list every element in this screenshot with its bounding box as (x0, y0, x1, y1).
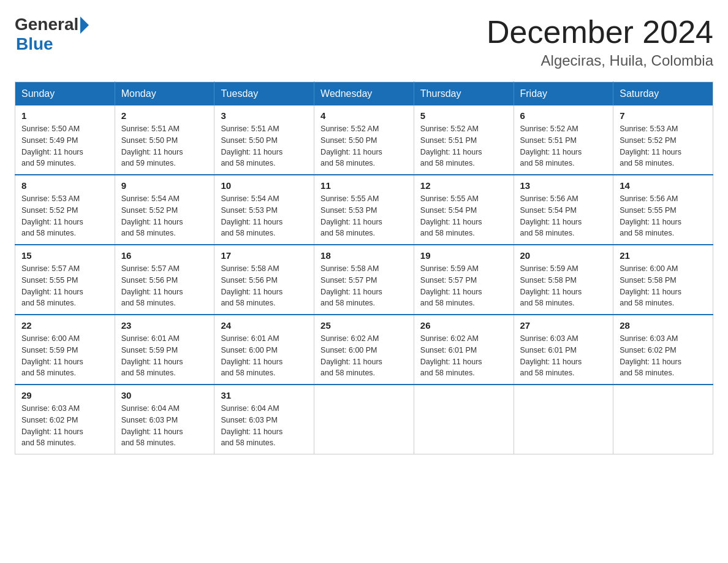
day-info: Sunrise: 5:57 AM Sunset: 5:55 PM Dayligh… (21, 263, 108, 309)
day-cell-12: 12 Sunrise: 5:55 AM Sunset: 5:54 PM Dayl… (414, 175, 514, 245)
day-cell-9: 9 Sunrise: 5:54 AM Sunset: 5:52 PM Dayli… (115, 175, 214, 245)
day-cell-15: 15 Sunrise: 5:57 AM Sunset: 5:55 PM Dayl… (15, 245, 115, 315)
weekday-header-thursday: Thursday (414, 82, 514, 106)
title-block: December 2024 Algeciras, Huila, Colombia (487, 15, 713, 69)
day-cell-18: 18 Sunrise: 5:58 AM Sunset: 5:57 PM Dayl… (314, 245, 414, 315)
empty-cell (414, 385, 514, 454)
day-info: Sunrise: 5:54 AM Sunset: 5:53 PM Dayligh… (221, 193, 308, 239)
day-cell-1: 1 Sunrise: 5:50 AM Sunset: 5:49 PM Dayli… (15, 105, 115, 175)
logo: General Blue (15, 15, 89, 54)
day-cell-17: 17 Sunrise: 5:58 AM Sunset: 5:56 PM Dayl… (214, 245, 314, 315)
day-number: 20 (520, 250, 607, 261)
empty-cell (514, 385, 613, 454)
weekday-header-monday: Monday (115, 82, 214, 106)
day-number: 21 (620, 250, 707, 261)
day-cell-30: 30 Sunrise: 6:04 AM Sunset: 6:03 PM Dayl… (115, 385, 214, 454)
day-number: 3 (221, 110, 308, 121)
day-cell-4: 4 Sunrise: 5:52 AM Sunset: 5:50 PM Dayli… (314, 105, 414, 175)
day-cell-21: 21 Sunrise: 6:00 AM Sunset: 5:58 PM Dayl… (613, 245, 713, 315)
day-info: Sunrise: 6:04 AM Sunset: 6:03 PM Dayligh… (221, 403, 308, 449)
day-info: Sunrise: 6:01 AM Sunset: 6:00 PM Dayligh… (221, 333, 308, 379)
day-number: 30 (121, 390, 208, 400)
day-cell-11: 11 Sunrise: 5:55 AM Sunset: 5:53 PM Dayl… (314, 175, 414, 245)
day-number: 19 (420, 250, 507, 261)
week-row-2: 8 Sunrise: 5:53 AM Sunset: 5:52 PM Dayli… (15, 175, 713, 245)
day-number: 5 (420, 110, 507, 121)
day-cell-2: 2 Sunrise: 5:51 AM Sunset: 5:50 PM Dayli… (115, 105, 214, 175)
day-info: Sunrise: 5:59 AM Sunset: 5:57 PM Dayligh… (420, 263, 507, 309)
day-number: 4 (320, 110, 408, 121)
week-row-3: 15 Sunrise: 5:57 AM Sunset: 5:55 PM Dayl… (15, 245, 713, 315)
day-cell-25: 25 Sunrise: 6:02 AM Sunset: 6:00 PM Dayl… (314, 315, 414, 385)
weekday-header-friday: Friday (514, 82, 613, 106)
day-number: 22 (21, 320, 108, 331)
day-info: Sunrise: 5:51 AM Sunset: 5:50 PM Dayligh… (221, 123, 308, 169)
day-number: 31 (221, 390, 308, 400)
day-number: 14 (620, 180, 707, 191)
day-number: 24 (221, 320, 308, 331)
day-info: Sunrise: 5:55 AM Sunset: 5:53 PM Dayligh… (320, 193, 408, 239)
day-info: Sunrise: 6:02 AM Sunset: 6:01 PM Dayligh… (420, 333, 507, 379)
day-number: 28 (620, 320, 707, 331)
day-info: Sunrise: 6:00 AM Sunset: 5:58 PM Dayligh… (620, 263, 707, 309)
weekday-header-wednesday: Wednesday (314, 82, 414, 106)
day-cell-20: 20 Sunrise: 5:59 AM Sunset: 5:58 PM Dayl… (514, 245, 613, 315)
week-row-5: 29 Sunrise: 6:03 AM Sunset: 6:02 PM Dayl… (15, 385, 713, 454)
weekday-header-saturday: Saturday (613, 82, 713, 106)
logo-arrow-icon (80, 17, 89, 34)
day-info: Sunrise: 6:03 AM Sunset: 6:02 PM Dayligh… (620, 333, 707, 379)
calendar-title: December 2024 (487, 15, 713, 50)
day-number: 16 (121, 250, 208, 261)
day-info: Sunrise: 5:57 AM Sunset: 5:56 PM Dayligh… (121, 263, 208, 309)
day-info: Sunrise: 5:53 AM Sunset: 5:52 PM Dayligh… (21, 193, 108, 239)
day-info: Sunrise: 6:02 AM Sunset: 6:00 PM Dayligh… (320, 333, 408, 379)
day-cell-22: 22 Sunrise: 6:00 AM Sunset: 5:59 PM Dayl… (15, 315, 115, 385)
day-cell-7: 7 Sunrise: 5:53 AM Sunset: 5:52 PM Dayli… (613, 105, 713, 175)
weekday-header-tuesday: Tuesday (214, 82, 314, 106)
day-number: 6 (520, 110, 607, 121)
day-info: Sunrise: 5:52 AM Sunset: 5:51 PM Dayligh… (420, 123, 507, 169)
day-cell-6: 6 Sunrise: 5:52 AM Sunset: 5:51 PM Dayli… (514, 105, 613, 175)
day-cell-5: 5 Sunrise: 5:52 AM Sunset: 5:51 PM Dayli… (414, 105, 514, 175)
logo-general-text: General (15, 15, 78, 34)
day-info: Sunrise: 5:56 AM Sunset: 5:55 PM Dayligh… (620, 193, 707, 239)
logo-blue-text: Blue (16, 34, 53, 54)
day-number: 9 (121, 180, 208, 191)
day-info: Sunrise: 5:50 AM Sunset: 5:49 PM Dayligh… (21, 123, 108, 169)
page-header: General Blue December 2024 Algeciras, Hu… (15, 15, 713, 69)
day-info: Sunrise: 6:01 AM Sunset: 5:59 PM Dayligh… (121, 333, 208, 379)
day-info: Sunrise: 5:58 AM Sunset: 5:57 PM Dayligh… (320, 263, 408, 309)
day-cell-14: 14 Sunrise: 5:56 AM Sunset: 5:55 PM Dayl… (613, 175, 713, 245)
day-number: 13 (520, 180, 607, 191)
day-number: 11 (320, 180, 408, 191)
day-number: 27 (520, 320, 607, 331)
calendar-table: SundayMondayTuesdayWednesdayThursdayFrid… (15, 82, 713, 454)
week-row-1: 1 Sunrise: 5:50 AM Sunset: 5:49 PM Dayli… (15, 105, 713, 175)
day-cell-3: 3 Sunrise: 5:51 AM Sunset: 5:50 PM Dayli… (214, 105, 314, 175)
day-info: Sunrise: 6:03 AM Sunset: 6:01 PM Dayligh… (520, 333, 607, 379)
day-cell-28: 28 Sunrise: 6:03 AM Sunset: 6:02 PM Dayl… (613, 315, 713, 385)
empty-cell (613, 385, 713, 454)
day-number: 1 (21, 110, 108, 121)
day-cell-23: 23 Sunrise: 6:01 AM Sunset: 5:59 PM Dayl… (115, 315, 214, 385)
day-number: 7 (620, 110, 707, 121)
day-number: 26 (420, 320, 507, 331)
day-number: 12 (420, 180, 507, 191)
day-info: Sunrise: 5:52 AM Sunset: 5:51 PM Dayligh… (520, 123, 607, 169)
empty-cell (314, 385, 414, 454)
day-number: 15 (21, 250, 108, 261)
day-info: Sunrise: 5:53 AM Sunset: 5:52 PM Dayligh… (620, 123, 707, 169)
day-info: Sunrise: 5:56 AM Sunset: 5:54 PM Dayligh… (520, 193, 607, 239)
day-cell-10: 10 Sunrise: 5:54 AM Sunset: 5:53 PM Dayl… (214, 175, 314, 245)
day-number: 2 (121, 110, 208, 121)
day-cell-8: 8 Sunrise: 5:53 AM Sunset: 5:52 PM Dayli… (15, 175, 115, 245)
calendar-subtitle: Algeciras, Huila, Colombia (487, 52, 713, 69)
day-cell-19: 19 Sunrise: 5:59 AM Sunset: 5:57 PM Dayl… (414, 245, 514, 315)
day-number: 8 (21, 180, 108, 191)
day-cell-29: 29 Sunrise: 6:03 AM Sunset: 6:02 PM Dayl… (15, 385, 115, 454)
day-number: 18 (320, 250, 408, 261)
day-info: Sunrise: 6:04 AM Sunset: 6:03 PM Dayligh… (121, 403, 208, 449)
day-cell-24: 24 Sunrise: 6:01 AM Sunset: 6:00 PM Dayl… (214, 315, 314, 385)
day-info: Sunrise: 5:55 AM Sunset: 5:54 PM Dayligh… (420, 193, 507, 239)
day-info: Sunrise: 5:58 AM Sunset: 5:56 PM Dayligh… (221, 263, 308, 309)
